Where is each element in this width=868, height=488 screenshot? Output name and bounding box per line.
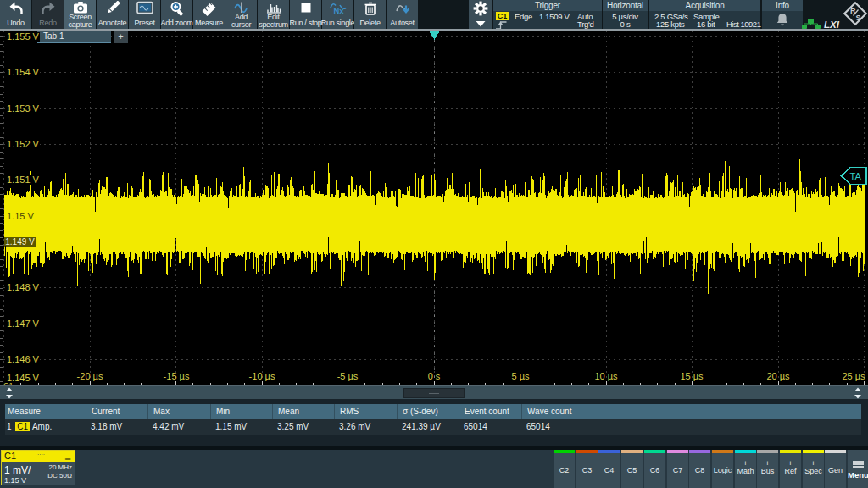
svg-text:TA: TA — [850, 171, 862, 181]
svg-text:S: S — [856, 14, 861, 22]
svg-text:LXI: LXI — [824, 19, 840, 29]
svg-text:Nx: Nx — [333, 6, 344, 15]
